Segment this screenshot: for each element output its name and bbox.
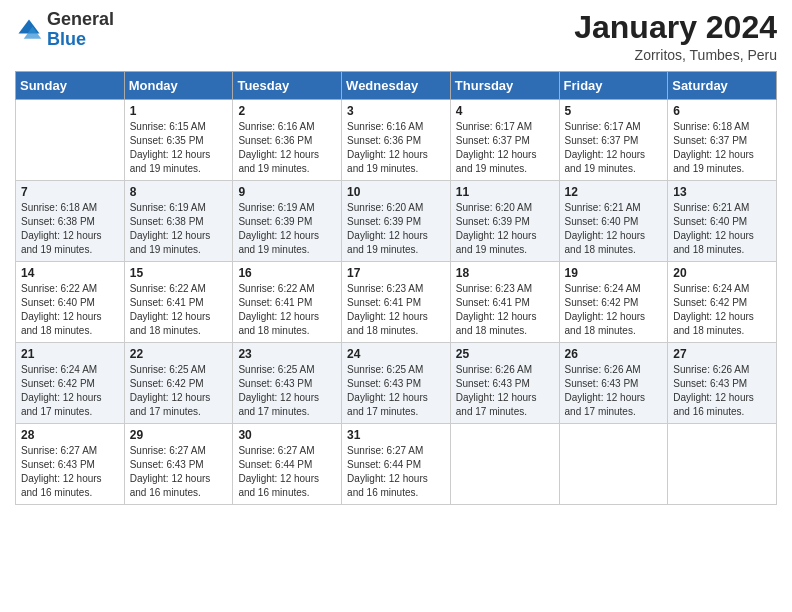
logo: General Blue: [15, 10, 114, 50]
day-cell: 9Sunrise: 6:19 AMSunset: 6:39 PMDaylight…: [233, 181, 342, 262]
day-cell: 7Sunrise: 6:18 AMSunset: 6:38 PMDaylight…: [16, 181, 125, 262]
day-info: Sunrise: 6:23 AMSunset: 6:41 PMDaylight:…: [456, 282, 554, 338]
weekday-header-saturday: Saturday: [668, 72, 777, 100]
day-number: 16: [238, 266, 336, 280]
day-cell: 24Sunrise: 6:25 AMSunset: 6:43 PMDayligh…: [342, 343, 451, 424]
day-cell: 11Sunrise: 6:20 AMSunset: 6:39 PMDayligh…: [450, 181, 559, 262]
weekday-header-wednesday: Wednesday: [342, 72, 451, 100]
day-info: Sunrise: 6:27 AMSunset: 6:44 PMDaylight:…: [238, 444, 336, 500]
day-number: 13: [673, 185, 771, 199]
day-info: Sunrise: 6:25 AMSunset: 6:42 PMDaylight:…: [130, 363, 228, 419]
day-cell: 29Sunrise: 6:27 AMSunset: 6:43 PMDayligh…: [124, 424, 233, 505]
weekday-header-friday: Friday: [559, 72, 668, 100]
day-cell: 18Sunrise: 6:23 AMSunset: 6:41 PMDayligh…: [450, 262, 559, 343]
day-info: Sunrise: 6:22 AMSunset: 6:41 PMDaylight:…: [238, 282, 336, 338]
day-number: 30: [238, 428, 336, 442]
day-info: Sunrise: 6:25 AMSunset: 6:43 PMDaylight:…: [347, 363, 445, 419]
day-cell: 28Sunrise: 6:27 AMSunset: 6:43 PMDayligh…: [16, 424, 125, 505]
day-number: 1: [130, 104, 228, 118]
day-number: 29: [130, 428, 228, 442]
day-number: 23: [238, 347, 336, 361]
logo-general-text: General: [47, 9, 114, 29]
day-cell: [450, 424, 559, 505]
day-info: Sunrise: 6:22 AMSunset: 6:41 PMDaylight:…: [130, 282, 228, 338]
day-info: Sunrise: 6:27 AMSunset: 6:44 PMDaylight:…: [347, 444, 445, 500]
day-number: 19: [565, 266, 663, 280]
weekday-header-monday: Monday: [124, 72, 233, 100]
weekday-header-thursday: Thursday: [450, 72, 559, 100]
day-info: Sunrise: 6:18 AMSunset: 6:37 PMDaylight:…: [673, 120, 771, 176]
day-info: Sunrise: 6:26 AMSunset: 6:43 PMDaylight:…: [456, 363, 554, 419]
title-block: January 2024 Zorritos, Tumbes, Peru: [574, 10, 777, 63]
day-cell: [16, 100, 125, 181]
day-cell: 16Sunrise: 6:22 AMSunset: 6:41 PMDayligh…: [233, 262, 342, 343]
day-cell: 1Sunrise: 6:15 AMSunset: 6:35 PMDaylight…: [124, 100, 233, 181]
day-cell: 15Sunrise: 6:22 AMSunset: 6:41 PMDayligh…: [124, 262, 233, 343]
day-info: Sunrise: 6:20 AMSunset: 6:39 PMDaylight:…: [456, 201, 554, 257]
day-cell: 30Sunrise: 6:27 AMSunset: 6:44 PMDayligh…: [233, 424, 342, 505]
page: General Blue January 2024 Zorritos, Tumb…: [0, 0, 792, 612]
day-info: Sunrise: 6:26 AMSunset: 6:43 PMDaylight:…: [673, 363, 771, 419]
day-info: Sunrise: 6:24 AMSunset: 6:42 PMDaylight:…: [21, 363, 119, 419]
day-cell: 14Sunrise: 6:22 AMSunset: 6:40 PMDayligh…: [16, 262, 125, 343]
day-number: 7: [21, 185, 119, 199]
day-number: 17: [347, 266, 445, 280]
day-info: Sunrise: 6:23 AMSunset: 6:41 PMDaylight:…: [347, 282, 445, 338]
day-number: 6: [673, 104, 771, 118]
day-info: Sunrise: 6:17 AMSunset: 6:37 PMDaylight:…: [565, 120, 663, 176]
day-cell: 5Sunrise: 6:17 AMSunset: 6:37 PMDaylight…: [559, 100, 668, 181]
day-info: Sunrise: 6:26 AMSunset: 6:43 PMDaylight:…: [565, 363, 663, 419]
day-number: 27: [673, 347, 771, 361]
day-number: 3: [347, 104, 445, 118]
day-cell: 4Sunrise: 6:17 AMSunset: 6:37 PMDaylight…: [450, 100, 559, 181]
day-cell: 19Sunrise: 6:24 AMSunset: 6:42 PMDayligh…: [559, 262, 668, 343]
logo-icon: [15, 16, 43, 44]
day-number: 20: [673, 266, 771, 280]
day-cell: 20Sunrise: 6:24 AMSunset: 6:42 PMDayligh…: [668, 262, 777, 343]
day-info: Sunrise: 6:24 AMSunset: 6:42 PMDaylight:…: [673, 282, 771, 338]
day-cell: 3Sunrise: 6:16 AMSunset: 6:36 PMDaylight…: [342, 100, 451, 181]
day-cell: 8Sunrise: 6:19 AMSunset: 6:38 PMDaylight…: [124, 181, 233, 262]
week-row-1: 1Sunrise: 6:15 AMSunset: 6:35 PMDaylight…: [16, 100, 777, 181]
day-cell: 10Sunrise: 6:20 AMSunset: 6:39 PMDayligh…: [342, 181, 451, 262]
day-info: Sunrise: 6:20 AMSunset: 6:39 PMDaylight:…: [347, 201, 445, 257]
day-number: 4: [456, 104, 554, 118]
day-number: 22: [130, 347, 228, 361]
weekday-header-sunday: Sunday: [16, 72, 125, 100]
day-info: Sunrise: 6:22 AMSunset: 6:40 PMDaylight:…: [21, 282, 119, 338]
weekday-header-row: SundayMondayTuesdayWednesdayThursdayFrid…: [16, 72, 777, 100]
location: Zorritos, Tumbes, Peru: [574, 47, 777, 63]
day-info: Sunrise: 6:17 AMSunset: 6:37 PMDaylight:…: [456, 120, 554, 176]
day-number: 8: [130, 185, 228, 199]
day-number: 31: [347, 428, 445, 442]
day-cell: 21Sunrise: 6:24 AMSunset: 6:42 PMDayligh…: [16, 343, 125, 424]
day-number: 18: [456, 266, 554, 280]
day-cell: 2Sunrise: 6:16 AMSunset: 6:36 PMDaylight…: [233, 100, 342, 181]
day-info: Sunrise: 6:27 AMSunset: 6:43 PMDaylight:…: [21, 444, 119, 500]
day-info: Sunrise: 6:15 AMSunset: 6:35 PMDaylight:…: [130, 120, 228, 176]
week-row-4: 21Sunrise: 6:24 AMSunset: 6:42 PMDayligh…: [16, 343, 777, 424]
day-number: 21: [21, 347, 119, 361]
day-cell: 27Sunrise: 6:26 AMSunset: 6:43 PMDayligh…: [668, 343, 777, 424]
day-cell: 6Sunrise: 6:18 AMSunset: 6:37 PMDaylight…: [668, 100, 777, 181]
day-number: 14: [21, 266, 119, 280]
day-info: Sunrise: 6:19 AMSunset: 6:38 PMDaylight:…: [130, 201, 228, 257]
week-row-5: 28Sunrise: 6:27 AMSunset: 6:43 PMDayligh…: [16, 424, 777, 505]
day-number: 26: [565, 347, 663, 361]
day-info: Sunrise: 6:24 AMSunset: 6:42 PMDaylight:…: [565, 282, 663, 338]
day-info: Sunrise: 6:16 AMSunset: 6:36 PMDaylight:…: [238, 120, 336, 176]
day-number: 12: [565, 185, 663, 199]
weekday-header-tuesday: Tuesday: [233, 72, 342, 100]
day-cell: 31Sunrise: 6:27 AMSunset: 6:44 PMDayligh…: [342, 424, 451, 505]
day-info: Sunrise: 6:27 AMSunset: 6:43 PMDaylight:…: [130, 444, 228, 500]
day-cell: 17Sunrise: 6:23 AMSunset: 6:41 PMDayligh…: [342, 262, 451, 343]
day-number: 10: [347, 185, 445, 199]
day-cell: 23Sunrise: 6:25 AMSunset: 6:43 PMDayligh…: [233, 343, 342, 424]
day-info: Sunrise: 6:21 AMSunset: 6:40 PMDaylight:…: [673, 201, 771, 257]
week-row-2: 7Sunrise: 6:18 AMSunset: 6:38 PMDaylight…: [16, 181, 777, 262]
month-title: January 2024: [574, 10, 777, 45]
day-cell: 22Sunrise: 6:25 AMSunset: 6:42 PMDayligh…: [124, 343, 233, 424]
calendar: SundayMondayTuesdayWednesdayThursdayFrid…: [15, 71, 777, 505]
day-info: Sunrise: 6:18 AMSunset: 6:38 PMDaylight:…: [21, 201, 119, 257]
header: General Blue January 2024 Zorritos, Tumb…: [15, 10, 777, 63]
